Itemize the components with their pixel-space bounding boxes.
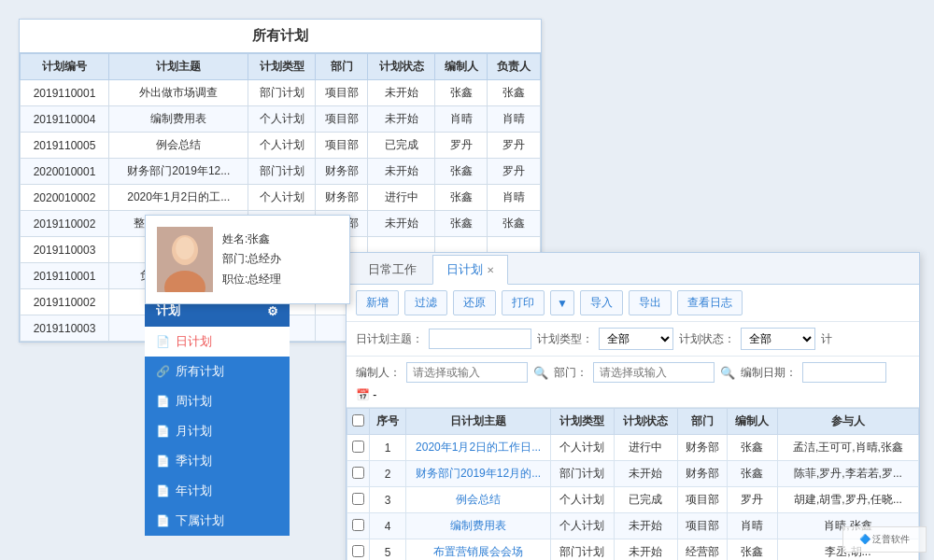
select-all-checkbox[interactable]: [352, 414, 364, 427]
main-col-header: 参与人: [777, 409, 918, 435]
导入-button[interactable]: 导入: [580, 290, 623, 315]
dept-cell: 项目部: [677, 513, 728, 539]
main-panel: 日常工作日计划✕ 新增过滤还原打印▼导入导出查看日志 日计划主题： 计划类型： …: [346, 252, 920, 560]
type-cell: 个人计划: [550, 435, 614, 461]
dept-search-icon[interactable]: 🔍: [720, 366, 735, 380]
table-row[interactable]: 2019110001外出做市场调查部门计划项目部未开始张鑫张鑫: [21, 80, 541, 106]
dept-input[interactable]: [593, 362, 715, 383]
status-cell: 已完成: [614, 487, 677, 513]
row-no: 2: [370, 461, 406, 487]
查看日志-button[interactable]: 查看日志: [677, 290, 743, 315]
table-row[interactable]: 2020010001财务部门2019年12...部门计划财务部未开始张鑫罗丹: [21, 159, 541, 185]
table-row[interactable]: 2财务部门2019年12月的...部门计划未开始财务部张鑫陈菲,罗丹,李若若,罗…: [347, 461, 919, 487]
row-checkbox[interactable]: [352, 467, 364, 479]
table-row[interactable]: 2019110004编制费用表个人计划项目部未开始肖晴肖晴: [21, 106, 541, 133]
user-info: 姓名:张鑫 部门:总经办 职位:总经理: [222, 230, 281, 290]
sidebar-item-icon: 🔗: [156, 365, 170, 378]
table-cell: 未开始: [368, 106, 435, 133]
bg-panel-title: 所有计划: [20, 20, 541, 53]
name-label: 姓名:: [222, 232, 248, 245]
svg-point-3: [176, 237, 194, 259]
table-row[interactable]: 2019110005例会总结个人计划项目部已完成罗丹罗丹: [21, 133, 541, 159]
participants-cell: 孟洁,王可可,肖晴,张鑫: [777, 435, 918, 461]
tab-日常工作[interactable]: 日常工作: [354, 255, 431, 284]
bg-col-header: 负责人: [488, 54, 541, 80]
status-cell: 未开始: [614, 539, 677, 561]
新增-button[interactable]: 新增: [356, 290, 399, 315]
main-col-header: 计划状态: [614, 409, 677, 435]
watermark-text: 🔷 泛普软件: [859, 533, 911, 546]
table-cell: 2020010001: [21, 159, 109, 185]
table-cell: 罗丹: [488, 159, 541, 185]
导出-button[interactable]: 导出: [629, 290, 672, 315]
table-row[interactable]: 4编制费用表个人计划未开始项目部肖晴肖晴,张鑫: [347, 513, 919, 539]
table-cell: 张鑫: [488, 80, 541, 106]
date-start-input[interactable]: [802, 362, 886, 383]
search-bar-2: 编制人： 🔍 部门： 🔍 编制日期： 📅 -: [347, 357, 919, 408]
table-cell: 2019110002: [21, 211, 109, 237]
row-checkbox[interactable]: [352, 493, 364, 505]
table-cell: 部门计划: [248, 159, 316, 185]
table-row[interactable]: 20200100022020年1月2日的工...个人计划财务部进行中张鑫肖晴: [21, 185, 541, 211]
sidebar-item-下属计划[interactable]: 📄下属计划: [145, 506, 290, 536]
table-cell: 张鑫: [488, 211, 541, 237]
table-cell: 个人计划: [248, 106, 316, 133]
table-cell: 罗丹: [488, 133, 541, 159]
table-cell: 肖晴: [435, 106, 488, 133]
tab-日计划[interactable]: 日计划✕: [432, 255, 508, 285]
table-cell: 进行中: [368, 185, 435, 211]
position-label: 职位:: [222, 273, 248, 286]
subject-link[interactable]: 编制费用表: [450, 519, 506, 532]
user-popup: 姓名:张鑫 部门:总经办 职位:总经理: [145, 215, 350, 304]
dept-label: 部门:: [222, 252, 248, 265]
sidebar-item-icon: 📄: [156, 425, 170, 438]
subject-link[interactable]: 2020年1月2日的工作日...: [416, 441, 541, 454]
print-dropdown-arrow[interactable]: ▼: [550, 290, 574, 315]
过滤-button[interactable]: 过滤: [404, 290, 447, 315]
打印-button[interactable]: 打印: [502, 290, 545, 315]
table-row[interactable]: 5布置营销展会会场部门计划未开始经营部张鑫李丞,胡...: [347, 539, 919, 561]
row-no: 3: [370, 487, 406, 513]
table-cell: 罗丹: [435, 133, 488, 159]
sidebar-item-所有计划[interactable]: 🔗所有计划: [145, 357, 290, 386]
table-cell: 肖晴: [488, 185, 541, 211]
table-row[interactable]: 12020年1月2日的工作日...个人计划进行中财务部张鑫孟洁,王可可,肖晴,张…: [347, 435, 919, 461]
table-cell: 2019110005: [21, 133, 109, 159]
sidebar-item-月计划[interactable]: 📄月计划: [145, 416, 290, 446]
status-cell: 进行中: [614, 435, 677, 461]
creator-search-icon[interactable]: 🔍: [533, 366, 548, 380]
bg-col-header: 编制人: [435, 54, 488, 80]
table-cell: 2020年1月2日的工...: [109, 185, 248, 211]
subject-link[interactable]: 布置营销展会会场: [433, 545, 523, 558]
row-checkbox[interactable]: [352, 545, 364, 557]
row-checkbox[interactable]: [352, 519, 364, 531]
dept-cell: 财务部: [677, 435, 728, 461]
status-cell: 未开始: [614, 461, 677, 487]
row-checkbox[interactable]: [352, 441, 364, 453]
table-cell: 未开始: [368, 159, 435, 185]
main-col-header: 编制人: [728, 409, 778, 435]
creator-input[interactable]: [406, 362, 528, 383]
sidebar-item-icon: 📄: [156, 395, 170, 408]
gear-icon[interactable]: ⚙: [267, 304, 278, 318]
table-cell: 个人计划: [248, 185, 316, 211]
sidebar-item-日计划[interactable]: 📄日计划: [145, 327, 290, 357]
table-cell: 2019110003: [21, 237, 109, 263]
status-select[interactable]: 全部 未开始 进行中 已完成: [741, 328, 815, 350]
type-cell: 部门计划: [550, 539, 614, 561]
search-bar: 日计划主题： 计划类型： 全部 个人计划 部门计划 计划状态： 全部 未开始 进…: [347, 322, 919, 357]
sidebar-item-周计划[interactable]: 📄周计划: [145, 386, 290, 416]
subject-input[interactable]: [429, 329, 531, 349]
subject-link[interactable]: 财务部门2019年12月的...: [416, 467, 541, 480]
table-cell: 张鑫: [435, 159, 488, 185]
subject-cell: 2020年1月2日的工作日...: [406, 435, 551, 461]
subject-link[interactable]: 例会总结: [456, 493, 501, 506]
sidebar-item-年计划[interactable]: 📄年计划: [145, 476, 290, 506]
data-table: 序号日计划主题计划类型计划状态部门编制人参与人 12020年1月2日的工作日..…: [347, 408, 919, 560]
还原-button[interactable]: 还原: [453, 290, 496, 315]
sidebar-item-季计划[interactable]: 📄季计划: [145, 446, 290, 476]
type-select[interactable]: 全部 个人计划 部门计划: [599, 328, 673, 350]
table-row[interactable]: 3例会总结个人计划已完成项目部罗丹胡建,胡雪,罗丹,任晓...: [347, 487, 919, 513]
watermark: 🔷 泛普软件: [842, 526, 927, 553]
tab-close-icon[interactable]: ✕: [487, 265, 494, 275]
